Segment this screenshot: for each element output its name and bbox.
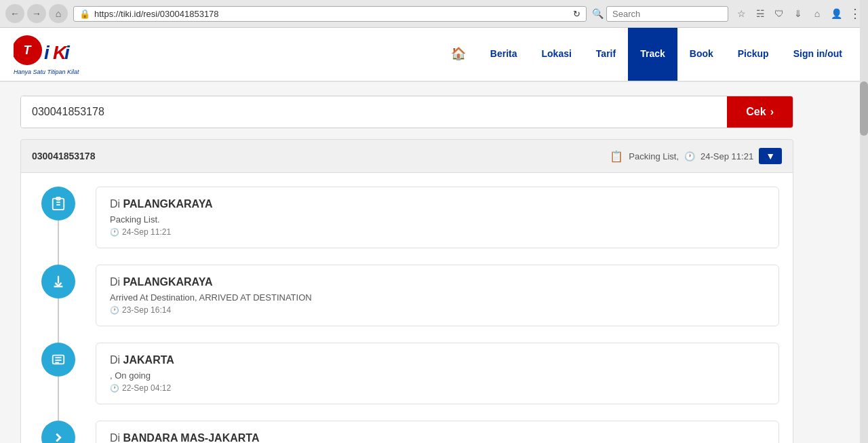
timeline-card-2: Di PALANGKARAYA Arrived At Destination, … (96, 265, 779, 326)
timeline-icon-3 (41, 343, 75, 377)
timeline-desc-2: Arrived At Destination, ARRIVED AT DESTI… (110, 292, 765, 303)
location-prefix-3: Di (110, 354, 120, 366)
packing-label: Packing List, (629, 151, 679, 161)
location-prefix-4: Di (110, 432, 120, 443)
url-text: https://tiki.id/resi/030041853178 (94, 9, 569, 19)
scrollbar-thumb[interactable] (860, 81, 868, 136)
svg-text:i: i (44, 42, 50, 63)
search-icon: 🔍 (592, 8, 604, 19)
cek-button[interactable]: Cek › (727, 96, 793, 128)
location-prefix-2: Di (110, 276, 120, 288)
timeline-container: Di PALANGKARAYA Packing List. 🕐 24-Sep 1… (20, 173, 793, 443)
star-icon[interactable]: ☆ (734, 6, 749, 21)
timeline-time-1: 🕐 24-Sep 11:21 (110, 227, 765, 237)
timeline-card-4: Di BANDARA MAS-JAKARTA (96, 421, 779, 443)
browser-search-area: 🔍 (592, 6, 728, 22)
download-browser-icon[interactable]: ⇓ (791, 6, 806, 21)
address-bar[interactable]: 🔒 https://tiki.id/resi/030041853178 ↻ (73, 6, 587, 22)
timeline-icon-2 (41, 265, 75, 298)
scrollbar[interactable] (860, 0, 868, 443)
home2-icon[interactable]: ⌂ (810, 6, 825, 21)
logo-subtitle: Hanya Satu Titipan Kilat (14, 69, 79, 75)
result-resi-number: 030041853178 (32, 151, 95, 161)
nav-berita[interactable]: Berita (478, 28, 530, 81)
timeline-desc-3: , On going (110, 370, 765, 381)
tracking-input[interactable] (21, 96, 727, 128)
timeline: Di PALANGKARAYA Packing List. 🕐 24-Sep 1… (41, 187, 779, 443)
timeline-item-2: Di PALANGKARAYA Arrived At Destination, … (96, 265, 779, 326)
clock-icon-3: 🕐 (110, 384, 119, 393)
location-name-4: BANDARA MAS-JAKARTA (123, 432, 260, 443)
timeline-location-4: Di BANDARA MAS-JAKARTA (110, 432, 765, 443)
nav-book[interactable]: Book (677, 28, 726, 81)
svg-text:i: i (64, 42, 71, 63)
lock-icon: 🔒 (79, 9, 90, 19)
browser-search-input[interactable] (606, 6, 728, 22)
timeline-card-1: Di PALANGKARAYA Packing List. 🕐 24-Sep 1… (96, 187, 779, 248)
timeline-time-3: 🕐 22-Sep 04:12 (110, 383, 765, 393)
timeline-card-3: Di JAKARTA , On going 🕐 22-Sep 04:12 (96, 343, 779, 404)
timeline-icon-1 (41, 187, 75, 220)
nav-home[interactable]: 🏠 (439, 28, 478, 81)
clipboard-icon: 📋 (610, 150, 623, 163)
packing-time: 24-Sep 11:21 (701, 151, 753, 161)
nav-tarif[interactable]: Tarif (584, 28, 628, 81)
browser-chrome: ← → ⌂ 🔒 https://tiki.id/resi/03004185317… (0, 0, 868, 28)
location-name-1: PALANGKARAYA (123, 198, 213, 210)
timeline-item-1: Di PALANGKARAYA Packing List. 🕐 24-Sep 1… (96, 187, 779, 248)
timeline-icon-4 (41, 421, 75, 443)
location-name-2: PALANGKARAYA (123, 276, 213, 288)
home-browser-button[interactable]: ⌂ (49, 4, 68, 23)
main-content: Cek › 030041853178 📋 Packing List, 🕐 24-… (0, 82, 814, 443)
dropdown-button[interactable]: ▼ (759, 148, 782, 164)
nav-pickup[interactable]: Pickup (726, 28, 781, 81)
timeline-desc-1: Packing List. (110, 214, 765, 225)
navbar: T i K i Hanya Satu Titipan Kilat 🏠 Berit… (0, 28, 868, 82)
logo: T i K i Hanya Satu Titipan Kilat (14, 28, 95, 81)
browser-actions: ☆ ☵ 🛡 ⇓ ⌂ 👤 ⋮ (734, 6, 863, 21)
timeline-location-2: Di PALANGKARAYA (110, 276, 765, 288)
cek-arrow-icon: › (770, 106, 774, 118)
tracking-search-box: Cek › (20, 96, 793, 128)
navbar-links: 🏠 Berita Lokasi Tarif Track Book Pickup … (439, 28, 854, 81)
result-header: 030041853178 📋 Packing List, 🕐 24-Sep 11… (20, 139, 793, 173)
shield-icon[interactable]: 🛡 (772, 6, 787, 21)
forward-button[interactable]: → (27, 4, 46, 23)
clock-icon-1: 🕐 (110, 228, 119, 237)
profile-icon[interactable]: 👤 (829, 6, 844, 21)
timeline-location-3: Di JAKARTA (110, 354, 765, 366)
clock-icon: 🕐 (684, 151, 695, 161)
location-prefix-1: Di (110, 198, 120, 210)
location-name-3: JAKARTA (123, 354, 174, 366)
refresh-icon[interactable]: ↻ (573, 9, 580, 19)
reader-icon[interactable]: ☵ (753, 6, 768, 21)
timeline-item-4: Di BANDARA MAS-JAKARTA (96, 421, 779, 443)
nav-lokasi[interactable]: Lokasi (530, 28, 584, 81)
cek-label: Cek (746, 106, 766, 118)
packing-info: 📋 Packing List, 🕐 24-Sep 11:21 ▼ (610, 148, 782, 164)
timeline-location-1: Di PALANGKARAYA (110, 198, 765, 210)
back-button[interactable]: ← (5, 4, 24, 23)
browser-nav-buttons: ← → ⌂ (5, 4, 68, 23)
tiki-logo-svg: T i K i (14, 33, 95, 67)
nav-signin[interactable]: Sign in/out (781, 28, 854, 81)
nav-track[interactable]: Track (628, 28, 677, 81)
clock-icon-2: 🕐 (110, 306, 119, 315)
timeline-time-2: 🕐 23-Sep 16:14 (110, 305, 765, 315)
timeline-item-3: Di JAKARTA , On going 🕐 22-Sep 04:12 (96, 343, 779, 404)
